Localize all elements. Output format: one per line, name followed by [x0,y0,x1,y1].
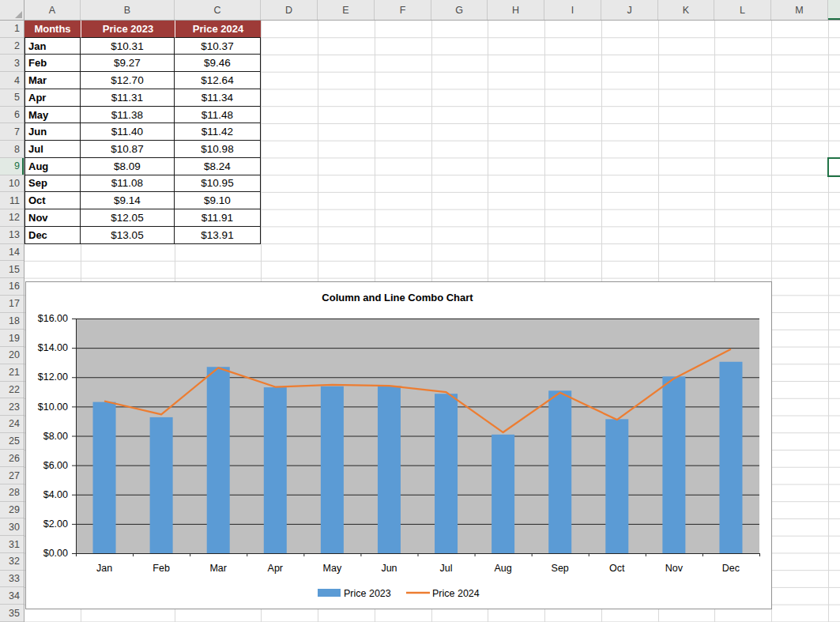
column-header-n[interactable]: N [828,0,840,20]
bar-dec[interactable] [719,362,742,553]
row-header-11[interactable]: 11 [0,192,24,209]
row-header-20[interactable]: 20 [0,347,24,364]
cell-b9[interactable]: $8.09 [81,158,175,175]
row-header-14[interactable]: 14 [0,244,24,262]
cell-b12[interactable]: $12.05 [81,209,175,227]
row-header-17[interactable]: 17 [0,296,24,313]
cell-c9[interactable]: $8.24 [175,158,261,175]
row-header-5[interactable]: 5 [0,89,24,107]
bar-sep[interactable] [548,390,571,553]
cell-a8[interactable]: Jul [24,141,81,158]
row-header-25[interactable]: 25 [0,433,24,450]
table-header-price-2023[interactable]: Price 2023 [81,21,175,38]
cell-a3[interactable]: Feb [24,55,81,72]
row-header-27[interactable]: 27 [0,467,24,484]
row-header-10[interactable]: 10 [0,175,24,193]
row-header-13[interactable]: 13 [0,227,24,244]
column-header-h[interactable]: H [488,0,544,20]
cell-a11[interactable]: Oct [24,192,81,209]
cell-a9[interactable]: Aug [24,158,81,175]
cell-c12[interactable]: $11.91 [175,209,261,227]
row-header-6[interactable]: 6 [0,107,24,124]
column-header-c[interactable]: C [175,0,261,20]
cell-c4[interactable]: $12.64 [175,72,261,89]
chart-title[interactable]: Column and Line Combo Chart [322,292,473,303]
row-header-21[interactable]: 21 [0,364,24,382]
row-header-29[interactable]: 29 [0,502,24,519]
chart-legend[interactable]: Price 2023Price 2024 [318,588,480,599]
row-header-23[interactable]: 23 [0,398,24,416]
row-header-4[interactable]: 4 [0,72,24,89]
column-header-g[interactable]: G [431,0,488,20]
cell-c8[interactable]: $10.98 [175,141,261,158]
row-header-33[interactable]: 33 [0,571,24,588]
column-header-f[interactable]: F [375,0,431,20]
bar-mar[interactable] [207,367,230,553]
cell-b5[interactable]: $11.31 [81,89,175,107]
column-header-i[interactable]: I [544,0,601,20]
cell-c11[interactable]: $9.10 [175,192,261,209]
column-header-b[interactable]: B [81,0,175,20]
row-header-12[interactable]: 12 [0,209,24,227]
cell-c3[interactable]: $9.46 [175,55,261,72]
column-header-m[interactable]: M [771,0,828,20]
column-header-a[interactable]: A [24,0,81,20]
cell-c10[interactable]: $10.95 [175,175,261,193]
bar-aug[interactable] [492,435,514,553]
row-header-9[interactable]: 9 [0,158,24,175]
cell-a6[interactable]: May [24,107,81,124]
active-cell-selection[interactable] [827,157,840,177]
cell-b7[interactable]: $11.40 [81,123,175,141]
row-header-28[interactable]: 28 [0,484,24,502]
row-header-3[interactable]: 3 [0,55,24,72]
row-header-35[interactable]: 35 [0,605,24,622]
cell-c7[interactable]: $11.42 [175,123,261,141]
cell-b13[interactable]: $13.05 [81,227,175,244]
bar-nov[interactable] [662,376,685,553]
cell-b11[interactable]: $9.14 [81,192,175,209]
column-header-d[interactable]: D [261,0,318,20]
bar-oct[interactable] [605,419,628,553]
row-header-19[interactable]: 19 [0,330,24,347]
row-header-15[interactable]: 15 [0,261,24,278]
cell-a13[interactable]: Dec [24,227,81,244]
cell-b10[interactable]: $11.08 [81,175,175,193]
cell-a5[interactable]: Apr [24,89,81,107]
cell-b4[interactable]: $12.70 [81,72,175,89]
table-header-price-2024[interactable]: Price 2024 [175,21,261,38]
row-header-30[interactable]: 30 [0,518,24,536]
column-header-k[interactable]: K [658,0,714,20]
row-header-24[interactable]: 24 [0,416,24,433]
column-header-e[interactable]: E [318,0,375,20]
cell-c6[interactable]: $11.48 [175,107,261,124]
row-header-22[interactable]: 22 [0,382,24,399]
cell-c2[interactable]: $10.37 [175,38,261,55]
bar-may[interactable] [321,386,344,553]
row-header-18[interactable]: 18 [0,313,24,330]
bar-jun[interactable] [378,386,401,553]
bar-jul[interactable] [435,394,458,553]
row-header-34[interactable]: 34 [0,587,24,605]
cell-b2[interactable]: $10.31 [81,38,175,55]
row-header-32[interactable]: 32 [0,553,24,571]
select-all-corner[interactable] [0,0,24,21]
row-header-8[interactable]: 8 [0,141,24,158]
cell-a10[interactable]: Sep [24,175,81,193]
column-header-l[interactable]: L [714,0,771,20]
cell-a2[interactable]: Jan [24,38,81,55]
cell-b3[interactable]: $9.27 [81,55,175,72]
row-header-26[interactable]: 26 [0,450,24,468]
cell-c13[interactable]: $13.91 [175,227,261,244]
row-header-31[interactable]: 31 [0,536,24,553]
row-header-2[interactable]: 2 [0,38,24,55]
bar-apr[interactable] [264,387,287,553]
column-header-j[interactable]: J [601,0,658,20]
cell-b8[interactable]: $10.87 [81,141,175,158]
table-header-months[interactable]: Months [24,21,81,38]
row-header-1[interactable]: 1 [0,21,24,38]
cell-a12[interactable]: Nov [24,209,81,227]
cell-a4[interactable]: Mar [24,72,81,89]
row-header-16[interactable]: 16 [0,278,24,296]
cell-a7[interactable]: Jun [24,123,81,141]
cell-c5[interactable]: $11.34 [175,89,261,107]
